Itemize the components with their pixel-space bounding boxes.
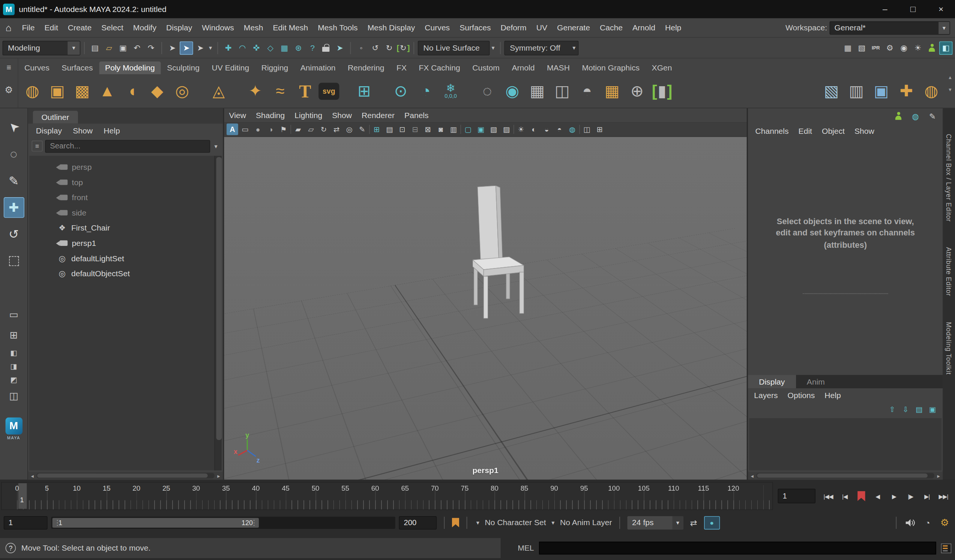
four-pane-layout-icon[interactable]: ⊞ <box>6 328 21 342</box>
anim-layer-dropdown[interactable]: No Anim Layer <box>560 518 612 527</box>
poly-pyramid-icon[interactable]: ◆ <box>146 78 169 104</box>
step-back-frame-button[interactable]: |◀ <box>837 489 853 504</box>
single-pane-layout-icon[interactable]: ▭ <box>6 307 21 321</box>
scroll-right-icon[interactable]: ▸ <box>214 473 223 479</box>
panel-toggle-icon[interactable]: ◧ <box>939 41 953 55</box>
anti-alias-icon[interactable]: ◍ <box>567 124 578 135</box>
outliner-menu-item[interactable]: Help <box>98 124 126 137</box>
shelf-icon[interactable] <box>196 78 205 104</box>
wireframe-mode-icon[interactable]: ▢ <box>462 124 474 135</box>
shelf-icon[interactable] <box>464 78 474 104</box>
quick-help-icon[interactable]: ? <box>306 41 319 55</box>
snap-to-points-icon[interactable]: ✜ <box>250 41 263 55</box>
poly-cube-rounded-icon[interactable]: ▩ <box>70 78 94 104</box>
shelf-icon[interactable] <box>232 78 242 104</box>
outliner-item[interactable]: defaultLightSet <box>29 251 214 266</box>
smooth-shade-icon[interactable]: ▣ <box>475 124 487 135</box>
lattice-icon[interactable]: ◌ <box>476 78 499 104</box>
animation-preferences-icon[interactable]: ⚙ <box>938 516 952 529</box>
filter-icon[interactable]: ≡ <box>31 140 42 151</box>
edit-pencil-icon[interactable]: ✎ <box>926 109 939 123</box>
menu-item[interactable]: Deform <box>496 19 531 37</box>
camera-select-icon[interactable]: ▰ <box>292 124 304 135</box>
menu-item[interactable]: Mesh Display <box>363 19 420 37</box>
channel-box-menu-item[interactable]: Channels <box>750 124 793 138</box>
viewport-canvas[interactable]: y x z persp1 <box>224 137 747 479</box>
wireframe-on-shaded-icon[interactable]: ▨ <box>501 124 512 135</box>
sweep-star-icon[interactable]: ✦ <box>243 78 267 104</box>
ipr-render-icon[interactable]: IPR <box>869 41 883 55</box>
outliner-search-input[interactable] <box>45 140 210 153</box>
smooth-preview-icon[interactable]: ▣ <box>870 78 893 104</box>
shelf-tab[interactable]: Surfaces <box>55 61 99 74</box>
film-gate-toggle-icon[interactable]: ▤ <box>384 124 395 135</box>
outliner-layout-icon[interactable]: ◫ <box>6 388 21 403</box>
shelf-tab[interactable]: Arnold <box>506 61 540 74</box>
menu-item[interactable]: Mesh Tools <box>313 19 362 37</box>
viewport-menu-item[interactable]: Panels <box>399 108 434 122</box>
camera-refresh-icon[interactable]: ↻ <box>318 124 330 135</box>
layer-menu-item[interactable]: Help <box>820 388 845 402</box>
viewport-toolbar-icon[interactable] <box>579 125 580 134</box>
maximize-button[interactable]: □ <box>899 0 927 19</box>
outliner-menu-item[interactable]: Show <box>67 124 98 137</box>
outliner-item[interactable]: side <box>29 205 214 220</box>
timeline-ruler[interactable]: 1 05101520253035404550556065707580859095… <box>1 482 773 510</box>
mel-label[interactable]: MEL <box>510 543 534 552</box>
lasso-tool-icon[interactable]: ◌ <box>3 144 24 164</box>
lighting-icon[interactable]: ☀ <box>515 124 527 135</box>
shelf-tab[interactable]: Poly Modeling <box>99 61 161 74</box>
menu-set-dropdown[interactable]: Modeling ▾ <box>2 41 80 55</box>
shelf-icon[interactable] <box>378 78 387 104</box>
snap-to-grids-icon[interactable]: ✚ <box>222 41 235 55</box>
play-backwards-button[interactable]: ◀ <box>870 489 886 504</box>
animation-start-field[interactable] <box>4 516 48 529</box>
auto-key-icon[interactable]: ● <box>704 516 720 529</box>
menu-item[interactable]: Edit <box>39 19 63 37</box>
viewport-menu-item[interactable]: Renderer <box>357 108 399 122</box>
chevron-down-icon[interactable]: ▾ <box>207 45 214 51</box>
shelf-tab[interactable]: Curves <box>18 61 55 74</box>
shelf-icon[interactable] <box>341 78 351 104</box>
shelf-tab[interactable]: Motion Graphics <box>576 61 645 74</box>
mel-input[interactable] <box>539 541 936 554</box>
menu-item[interactable]: Cache <box>595 19 628 37</box>
shadows-icon[interactable]: ◐ <box>528 124 540 135</box>
cursor-lock-icon[interactable]: ➤ <box>333 41 347 55</box>
subdiv-grid-icon[interactable]: ▦ <box>526 78 549 104</box>
world-icon[interactable]: ◍ <box>909 109 922 123</box>
menu-item[interactable]: Help <box>660 19 686 37</box>
menu-item[interactable]: Arnold <box>628 19 660 37</box>
multi-cut-icon[interactable]: ✚ <box>895 78 918 104</box>
viewport-toolbar-icon[interactable] <box>514 125 514 134</box>
outliner-item[interactable]: persp1 <box>29 236 214 251</box>
move-layer-up-icon[interactable]: ⇧ <box>887 404 898 415</box>
channel-box-menu-item[interactable]: Edit <box>794 124 817 138</box>
occlusion-icon[interactable]: ◒ <box>541 124 553 135</box>
shelf-scroll-up-icon[interactable]: ▴ <box>949 74 951 80</box>
pane-widget-a-icon[interactable]: ◧ <box>6 348 21 358</box>
delete-history-icon[interactable]: ◔ <box>414 78 437 104</box>
menu-item[interactable]: Select <box>96 19 128 37</box>
sprite-grid-icon[interactable]: ⊞ <box>352 78 376 104</box>
safe-title-icon[interactable]: ▥ <box>448 124 459 135</box>
boolean-icon[interactable]: ◓ <box>575 78 599 104</box>
shelf-tab[interactable]: XGen <box>645 61 678 74</box>
scrollbar-thumb[interactable] <box>216 157 222 440</box>
step-forward-frame-button[interactable]: ▶| <box>919 489 935 504</box>
go-to-end-button[interactable]: ▶▶| <box>936 489 951 504</box>
outliner-title-tab[interactable]: Outliner <box>33 111 78 124</box>
timeline-bookmark-icon[interactable] <box>452 518 459 527</box>
light-editor-icon[interactable]: ☀ <box>911 41 925 55</box>
menu-item[interactable]: Windows <box>197 19 239 37</box>
duplicate-special-icon[interactable]: ▥ <box>845 78 868 104</box>
menu-item[interactable]: File <box>17 19 39 37</box>
center-pivot-icon[interactable]: ⊙ <box>389 78 413 104</box>
motion-blur-icon[interactable]: ◓ <box>554 124 565 135</box>
live-object-icon[interactable]: ▮ <box>650 78 674 104</box>
render-view-icon[interactable]: ▦ <box>841 41 855 55</box>
grid-toggle-icon[interactable]: ⊞ <box>371 124 383 135</box>
live-surface-field[interactable]: No Live Surface <box>418 41 490 55</box>
scrollbar-track[interactable] <box>756 473 935 479</box>
viewport-toolbar-icon[interactable] <box>460 125 461 134</box>
